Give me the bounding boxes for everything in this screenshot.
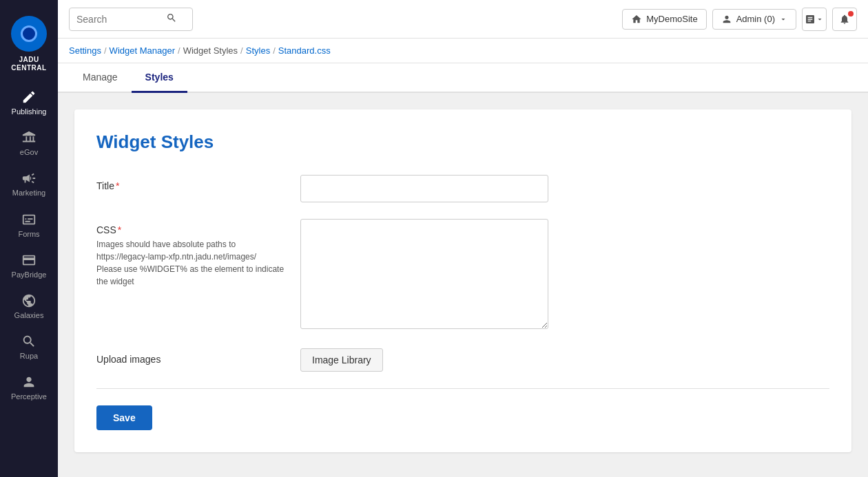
content-card: Widget Styles Title* CSS* Images should (74, 109, 851, 452)
upload-control-wrap: Image Library (300, 348, 829, 372)
logo-inner-circle (21, 25, 37, 42)
egov-icon (21, 130, 37, 145)
admin-button[interactable]: Admin (0) (712, 9, 796, 30)
breadcrumb: Settings / Widget Manager / Widget Style… (58, 39, 868, 63)
paybridge-icon (21, 253, 37, 268)
site-button[interactable]: MyDemoSite (622, 9, 706, 30)
logo-text: JADUCENTRAL (11, 56, 46, 72)
sidebar-item-marketing[interactable]: Marketing (0, 164, 58, 204)
title-label: Title* (96, 175, 289, 191)
page-title: Widget Styles (96, 131, 829, 153)
notification-dot (848, 11, 854, 17)
search-box[interactable] (69, 8, 193, 31)
breadcrumb-standard-css[interactable]: Standard.css (278, 45, 331, 56)
sidebar-item-egov[interactable]: eGov (0, 123, 58, 164)
css-control-wrap (300, 219, 829, 332)
admin-label: Admin (0) (736, 14, 775, 24)
content-area: Widget Styles Title* CSS* Images should (58, 93, 868, 477)
search-icon[interactable] (166, 12, 177, 26)
title-control-wrap (300, 175, 829, 202)
breadcrumb-settings[interactable]: Settings (69, 45, 101, 56)
forms-icon (21, 212, 37, 227)
sidebar-item-marketing-label: Marketing (12, 189, 45, 198)
search-input[interactable] (76, 14, 166, 25)
tabs-bar: Manage Styles (58, 63, 868, 93)
sidebar-item-rupa-label: Rupa (20, 352, 38, 361)
divider (96, 388, 829, 389)
sidebar-item-perceptive-label: Perceptive (11, 392, 47, 401)
sidebar-logo[interactable]: JADUCENTRAL (0, 0, 58, 83)
sidebar-item-forms-label: Forms (18, 230, 39, 239)
sidebar-item-rupa[interactable]: Rupa (0, 327, 58, 368)
sidebar-item-publishing[interactable]: Publishing (0, 83, 58, 123)
pages-button[interactable] (802, 8, 827, 31)
sidebar: JADUCENTRAL Publishing eGov Marketing Fo… (0, 0, 58, 477)
css-form-row: CSS* Images should have absolute paths t… (96, 219, 829, 332)
perceptive-icon (21, 374, 37, 390)
save-button[interactable]: Save (96, 405, 152, 430)
css-hint: Images should have absolute paths to htt… (96, 238, 289, 288)
upload-form-row: Upload images Image Library (96, 348, 829, 372)
marketing-icon (21, 171, 37, 186)
css-textarea[interactable] (300, 219, 548, 329)
sidebar-item-forms[interactable]: Forms (0, 205, 58, 246)
sidebar-item-galaxies[interactable]: Galaxies (0, 286, 58, 327)
rupa-icon (21, 334, 37, 349)
galaxies-icon (21, 293, 37, 308)
sidebar-item-publishing-label: Publishing (12, 107, 47, 116)
tab-styles[interactable]: Styles (132, 63, 187, 93)
tab-manage[interactable]: Manage (69, 63, 132, 93)
image-library-button[interactable]: Image Library (300, 348, 383, 372)
breadcrumb-widget-manager[interactable]: Widget Manager (110, 45, 175, 56)
main-content: MyDemoSite Admin (0) Settings / Widget M… (58, 0, 868, 477)
publishing-icon (21, 89, 37, 105)
sidebar-item-perceptive[interactable]: Perceptive (0, 368, 58, 408)
logo-icon (11, 16, 47, 52)
sidebar-item-egov-label: eGov (20, 148, 38, 157)
breadcrumb-widget-styles: Widget Styles (183, 45, 238, 56)
sidebar-item-galaxies-label: Galaxies (14, 311, 44, 320)
sidebar-item-paybridge-label: PayBridge (12, 271, 47, 279)
header: MyDemoSite Admin (0) (58, 0, 868, 39)
notifications-button[interactable] (832, 8, 857, 31)
title-form-row: Title* (96, 175, 829, 202)
site-name: MyDemoSite (646, 14, 697, 24)
title-input[interactable] (300, 175, 548, 202)
upload-label: Upload images (96, 348, 289, 365)
css-label: CSS* Images should have absolute paths t… (96, 219, 289, 288)
header-right: MyDemoSite Admin (0) (622, 8, 857, 31)
sidebar-item-paybridge[interactable]: PayBridge (0, 246, 58, 286)
breadcrumb-styles[interactable]: Styles (246, 45, 270, 56)
